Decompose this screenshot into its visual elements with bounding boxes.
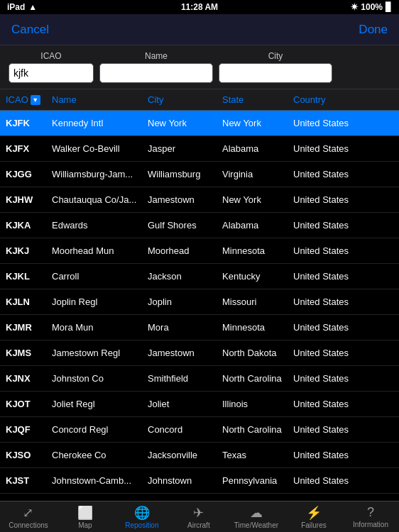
table-row[interactable]: KJFX Walker Co-Bevill Jasper Alabama Uni… — [0, 136, 399, 162]
table-row[interactable]: KJQF Concord Regl Concord North Carolina… — [0, 417, 399, 443]
row-name: Concord Regl — [52, 424, 148, 435]
table-row[interactable]: KJHW Chautauqua Co/Ja... Jamestown New Y… — [0, 187, 399, 213]
failures-icon: ⚡ — [306, 505, 322, 521]
reposition-icon: 🌐 — [134, 505, 150, 521]
header-icao[interactable]: ICAO ▼ — [6, 94, 52, 105]
toolbar-aircraft[interactable]: ✈ Aircraft — [177, 505, 220, 529]
row-state: North Dakota — [222, 348, 293, 358]
table-row[interactable]: KJKL Carroll Jackson Kentucky United Sta… — [0, 264, 399, 289]
header-state[interactable]: State — [222, 94, 293, 105]
row-state: Pennsylvania — [222, 475, 293, 486]
row-country: United States — [293, 424, 393, 435]
reposition-label: Reposition — [125, 521, 158, 529]
toolbar-failures[interactable]: ⚡ Failures — [293, 505, 335, 529]
row-country: United States — [293, 399, 393, 409]
cancel-button[interactable]: Cancel — [11, 23, 49, 37]
row-country: United States — [293, 373, 393, 384]
row-state: Alabama — [222, 220, 293, 231]
row-country: United States — [293, 245, 393, 256]
city-input[interactable] — [219, 63, 332, 83]
row-name: Cherokee Co — [52, 450, 148, 460]
row-name: Moorhead Mun — [52, 245, 148, 256]
header-city[interactable]: City — [148, 94, 222, 105]
row-country: United States — [293, 475, 393, 486]
toolbar-information[interactable]: ? Information — [349, 505, 392, 528]
row-icao: KJLN — [6, 297, 52, 307]
row-city: Concord — [148, 424, 222, 435]
row-city: Jacksonville — [148, 450, 222, 460]
bluetooth-icon: ✷ — [351, 2, 358, 12]
row-icao: KJFK — [6, 118, 52, 128]
icao-label: ICAO — [9, 51, 94, 61]
header-name[interactable]: Name — [52, 94, 148, 105]
row-state: New York — [222, 118, 293, 128]
row-icao: KJST — [6, 475, 52, 486]
row-icao: KJOT — [6, 399, 52, 409]
table-row[interactable]: KJNX Johnston Co Smithfield North Caroli… — [0, 366, 399, 392]
row-state: North Carolina — [222, 373, 293, 384]
table-row[interactable]: KJOT Joliet Regl Joliet Illinois United … — [0, 392, 399, 417]
information-icon: ? — [367, 505, 374, 520]
icao-search-group: ICAO — [9, 51, 94, 83]
table-row[interactable]: KJKJ Moorhead Mun Moorhead Minnesota Uni… — [0, 238, 399, 264]
time-weather-icon: ☁ — [250, 505, 263, 521]
icao-header-label: ICAO — [6, 94, 28, 105]
table-row[interactable]: KJLN Joplin Regl Joplin Missouri United … — [0, 289, 399, 315]
row-city: Joliet — [148, 399, 222, 409]
table-row[interactable]: KJFK Kennedy Intl New York New York Unit… — [0, 111, 399, 136]
toolbar-connections[interactable]: ⤢ Connections — [7, 505, 50, 529]
nav-bar: Cancel Done — [0, 14, 399, 45]
row-state: Texas — [222, 450, 293, 460]
map-label: Map — [78, 521, 92, 529]
icao-input[interactable] — [9, 63, 94, 83]
table-row[interactable]: KJMS Jamestown Regl Jamestown North Dako… — [0, 340, 399, 366]
header-country[interactable]: Country — [293, 94, 393, 105]
name-input[interactable] — [99, 63, 213, 83]
row-city: Jamestown — [148, 348, 222, 358]
row-name: Joliet Regl — [52, 399, 148, 409]
row-city: Joplin — [148, 297, 222, 307]
row-state: Kentucky — [222, 271, 293, 282]
table-body[interactable]: KJFK Kennedy Intl New York New York Unit… — [0, 111, 399, 505]
done-button[interactable]: Done — [359, 23, 388, 37]
row-icao: KJKL — [6, 271, 52, 282]
row-city: Jackson — [148, 271, 222, 282]
city-search-group: City — [219, 51, 332, 83]
row-name: Mora Mun — [52, 322, 148, 333]
row-country: United States — [293, 194, 393, 205]
failures-label: Failures — [301, 521, 327, 529]
row-country: United States — [293, 322, 393, 333]
toolbar-time-weather[interactable]: ☁ Time/Weather — [234, 505, 278, 529]
table-row[interactable]: KJMR Mora Mun Mora Minnesota United Stat… — [0, 315, 399, 340]
table-row[interactable]: KJST Johnstown-Camb... Johnstown Pennsyl… — [0, 468, 399, 494]
row-city: Smithfield — [148, 373, 222, 384]
row-icao: KJGG — [6, 169, 52, 179]
table-row[interactable]: KJKA Edwards Gulf Shores Alabama United … — [0, 213, 399, 238]
row-icao: KJKJ — [6, 245, 52, 256]
row-city: New York — [148, 118, 222, 128]
row-name: Joplin Regl — [52, 297, 148, 307]
toolbar-reposition[interactable]: 🌐 Reposition — [121, 505, 163, 529]
row-icao: KJMR — [6, 322, 52, 333]
row-icao: KJKA — [6, 220, 52, 231]
row-name: Chautauqua Co/Ja... — [52, 194, 148, 205]
row-country: United States — [293, 118, 393, 128]
row-country: United States — [293, 348, 393, 358]
status-bar-left: iPad ▲ — [7, 2, 37, 12]
carrier-label: iPad — [7, 2, 25, 12]
connections-icon: ⤢ — [23, 505, 33, 521]
table-row[interactable]: KJSO Cherokee Co Jacksonville Texas Unit… — [0, 443, 399, 468]
aircraft-icon: ✈ — [193, 505, 204, 521]
row-state: Alabama — [222, 143, 293, 154]
toolbar-map[interactable]: ⬜ Map — [64, 505, 106, 529]
battery-icon: ▊ — [386, 2, 392, 12]
status-bar-time: 11:28 AM — [181, 2, 218, 12]
battery-label: 100% — [361, 2, 383, 12]
row-icao: KJFX — [6, 143, 52, 154]
row-city: Johnstown — [148, 475, 222, 486]
row-name: Kennedy Intl — [52, 118, 148, 128]
information-label: Information — [353, 521, 388, 528]
row-name: Edwards — [52, 220, 148, 231]
table-row[interactable]: KJGG Williamsburg-Jam... Williamsburg Vi… — [0, 162, 399, 187]
row-city: Jasper — [148, 143, 222, 154]
